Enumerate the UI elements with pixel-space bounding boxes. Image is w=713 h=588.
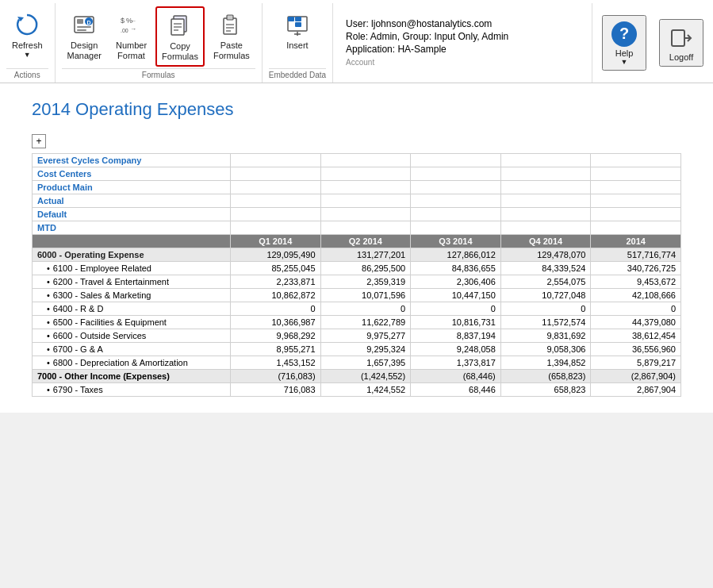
account-application: Application: HA-Sample [346, 44, 579, 55]
table-row: 6500 - Facilities & Equipment 10,366,987… [33, 316, 681, 329]
meta-label-4: Default [33, 208, 231, 221]
svg-rect-25 [295, 22, 301, 27]
copy-formulas-button[interactable]: CopyFormulas [155, 6, 205, 67]
table-row: 6200 - Travel & Entertainment 2,233,871 … [33, 275, 681, 289]
copy-formulas-icon [166, 11, 194, 40]
help-button[interactable]: ? Help ▼ [602, 15, 646, 71]
paste-formulas-icon [217, 10, 246, 39]
number-format-icon: $ % .00 ← → [117, 10, 146, 39]
col-header-q3: Q3 2014 [411, 235, 501, 248]
svg-text:?: ? [619, 25, 629, 42]
account-user: User: ljohnson@hostanalytics.com [346, 18, 579, 29]
table-row: Product Main [33, 181, 681, 194]
col-header-q4: Q4 2014 [500, 235, 591, 248]
embedded-data-section-label: Embedded Data [269, 68, 326, 79]
refresh-icon [13, 10, 41, 39]
table-row: 7000 - Other Income (Expenses) (716,083)… [33, 370, 681, 383]
svg-rect-23 [288, 17, 294, 21]
table-row: 6400 - R & D 0 0 0 0 0 [33, 302, 681, 316]
svg-rect-3 [77, 26, 91, 28]
meta-label-3: Actual [33, 194, 231, 208]
content-area: 2014 Operating Expenses + Everest Cycles… [0, 83, 713, 413]
refresh-label: Refresh [12, 40, 43, 51]
meta-label-1: Cost Centers [33, 167, 231, 181]
col-header-q2: Q2 2014 [320, 235, 411, 248]
col-header-2014: 2014 [591, 235, 681, 248]
account-section-label: Account [346, 58, 579, 67]
number-format-button[interactable]: $ % .00 ← → NumberFormat [110, 6, 152, 65]
table-row: 6600 - Outside Services 9,968,292 9,975,… [33, 329, 681, 343]
svg-text:→: → [130, 25, 136, 33]
table-header-row: Q1 2014 Q2 2014 Q3 2014 Q4 2014 2014 [33, 235, 681, 248]
svg-rect-4 [77, 29, 86, 31]
table-row: MTD [33, 221, 681, 235]
meta-label-5: MTD [33, 221, 231, 235]
insert-icon [283, 10, 312, 39]
svg-text:←: ← [130, 17, 136, 25]
help-label: Help [615, 48, 634, 58]
svg-text:$: $ [121, 17, 125, 25]
page-title: 2014 Operating Expenses [32, 99, 681, 120]
col-header-q1: Q1 2014 [230, 235, 320, 248]
table-row: Cost Centers [33, 167, 681, 181]
table-row: 6790 - Taxes 716,083 1,424,552 68,446 65… [33, 383, 681, 397]
table-row: 6700 - G & A 8,955,271 9,295,324 9,248,0… [33, 343, 681, 356]
table-row: Default [33, 208, 681, 221]
svg-rect-30 [672, 30, 684, 46]
design-manager-label: DesignManager [67, 40, 102, 61]
expand-button[interactable]: + [32, 134, 46, 148]
ribbon: Refresh ▼ Actions D [0, 0, 713, 83]
svg-rect-17 [224, 18, 236, 34]
ribbon-formulas-section: D DesignManager $ % .00 ← → [56, 3, 263, 83]
refresh-button[interactable]: Refresh ▼ [6, 6, 48, 63]
copy-formulas-label: CopyFormulas [162, 41, 198, 62]
table-row: 6300 - Sales & Marketing 10,862,872 10,0… [33, 289, 681, 302]
ribbon-actions-section: Refresh ▼ Actions [0, 3, 56, 83]
design-manager-icon: D [70, 10, 98, 39]
logoff-label: Logoff [669, 52, 693, 62]
table-row: Actual [33, 194, 681, 208]
ribbon-account-section: User: ljohnson@hostanalytics.com Role: A… [333, 3, 592, 83]
paste-formulas-label: PasteFormulas [213, 40, 250, 61]
insert-button[interactable]: Insert [278, 6, 317, 55]
ribbon-right-section: ? Help ▼ Logoff [592, 3, 713, 83]
svg-rect-2 [77, 19, 83, 24]
formulas-section-label: Formulas [62, 68, 255, 79]
svg-text:.00: .00 [121, 28, 128, 33]
number-format-label: NumberFormat [116, 40, 147, 61]
insert-label: Insert [286, 40, 309, 51]
logoff-icon [667, 24, 696, 52]
meta-label-2: Product Main [33, 181, 231, 194]
paste-formulas-button[interactable]: PasteFormulas [208, 6, 255, 65]
account-role: Role: Admin, Group: Input Only, Admin [346, 31, 579, 42]
svg-rect-24 [295, 17, 301, 21]
design-manager-button[interactable]: D DesignManager [62, 6, 107, 65]
table-row: Everest Cycles Company [33, 154, 681, 167]
table-row: 6000 - Operating Expense 129,095,490 131… [33, 248, 681, 262]
help-icon: ? [610, 20, 638, 48]
table-row: 6800 - Depreciation & Amortization 1,453… [33, 356, 681, 370]
data-table: Everest Cycles Company Cost Centers Prod… [32, 153, 681, 397]
ribbon-embedded-section: Insert Embedded Data [263, 3, 333, 83]
actions-section-label: Actions [6, 68, 48, 79]
svg-rect-18 [227, 15, 233, 20]
svg-text:D: D [87, 20, 91, 25]
table-row: 6100 - Employee Related 85,255,045 86,29… [33, 262, 681, 275]
logoff-button[interactable]: Logoff [659, 19, 703, 67]
meta-label-0: Everest Cycles Company [33, 154, 231, 167]
